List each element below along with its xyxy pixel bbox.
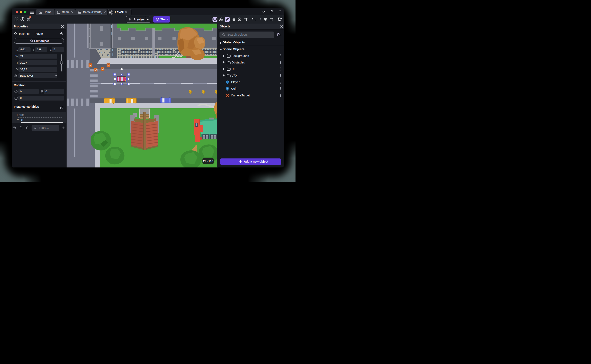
svg-text:3D: 3D [32, 41, 33, 43]
svg-text:29;-116: 29;-116 [203, 159, 213, 162]
